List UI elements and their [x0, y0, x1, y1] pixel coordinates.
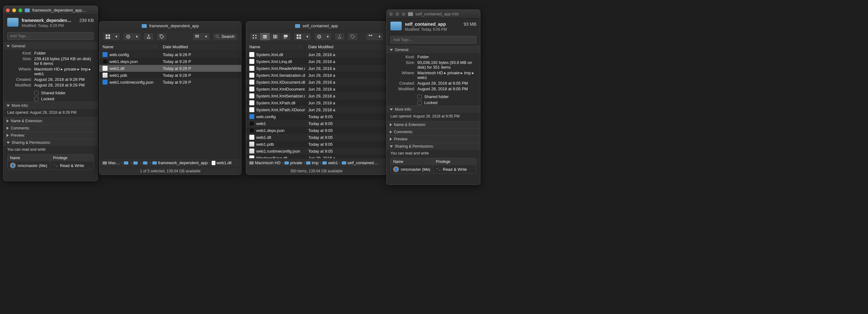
titlebar[interactable]: self_contained_app — [246, 22, 386, 30]
file-row[interactable]: System.Xml.XPath.dllJun 29, 2018 a — [246, 99, 386, 106]
path-crumb[interactable]: private — [284, 160, 302, 165]
file-row[interactable]: web1.pdbToday at 9:05 — [246, 141, 386, 148]
file-row[interactable]: web1.deps.jsonToday at 9:28 P — [99, 58, 241, 65]
zoom-icon[interactable] — [19, 8, 22, 12]
path-crumb[interactable]: tmp — [306, 160, 319, 165]
col-privilege[interactable]: Privilege — [433, 158, 476, 165]
titlebar[interactable]: framework_dependent_app… — [3, 6, 97, 15]
file-row[interactable]: System.Xml.Serialization.dllJun 29, 2018… — [246, 72, 386, 78]
disclosure-comments[interactable]: Comments: — [386, 128, 480, 135]
path-crumb[interactable] — [124, 161, 129, 164]
disclosure-preview[interactable]: Preview: — [3, 132, 97, 139]
permission-row[interactable]: 👤nmcmaster (Me) ⌃⌄Read & Write — [7, 161, 93, 169]
path-crumb[interactable]: Macintosh HD — [249, 160, 281, 165]
path-bar[interactable]: Mac…››››framework_dependent_app›web1.dll — [99, 158, 241, 167]
chevron-down-icon[interactable]: ▾ — [304, 33, 311, 40]
file-row[interactable]: web1.runtimeconfig.jsonToday at 9:05 — [246, 148, 386, 155]
file-row[interactable]: System.Xml.dllJun 29, 2018 a — [246, 51, 386, 58]
dropbox-menu[interactable]: ▾ — [192, 33, 210, 41]
titlebar[interactable]: self_contained_app Info — [386, 10, 480, 19]
icon-view-icon[interactable] — [250, 33, 260, 40]
locked-checkbox[interactable]: Locked — [3, 96, 97, 102]
titlebar[interactable]: framework_dependent_app — [99, 22, 241, 30]
file-row[interactable]: web1.deps.jsonToday at 9:05 — [246, 127, 386, 134]
dropbox-icon[interactable] — [192, 33, 203, 40]
view-switcher[interactable]: ▾ — [102, 33, 120, 41]
stepper-icon[interactable]: ⌃⌄ — [53, 164, 58, 167]
chevron-down-icon[interactable]: ▾ — [324, 33, 332, 40]
permission-row[interactable]: 👤nmcmaster (Me) ⌃⌄Read & Write — [391, 165, 476, 173]
chevron-down-icon[interactable]: ▾ — [113, 33, 120, 40]
zoom-icon[interactable] — [402, 12, 405, 16]
path-crumb[interactable] — [143, 161, 149, 164]
file-row[interactable]: System.Xml.XmlDocument.dllJun 29, 2018 a — [246, 86, 386, 92]
share-icon[interactable] — [144, 33, 154, 40]
grid-arrange-icon[interactable] — [294, 33, 304, 40]
file-row[interactable]: web.configToday at 9:28 P — [99, 51, 241, 58]
file-row[interactable]: web.configToday at 9:05 — [246, 113, 386, 120]
file-row[interactable]: web1.dllToday at 9:05 — [246, 134, 386, 141]
file-row[interactable]: web1.runtimeconfig.jsonToday at 9:28 P — [99, 78, 241, 86]
column-view-icon[interactable] — [270, 33, 280, 40]
path-bar[interactable]: Macintosh HD›private›tmp›web1›self_conta… — [246, 158, 386, 167]
locked-checkbox[interactable]: Locked — [386, 100, 480, 105]
chevron-down-icon[interactable]: ▾ — [376, 33, 383, 40]
disclosure-more-info[interactable]: More Info: — [3, 102, 97, 109]
chevron-down-icon[interactable]: ▾ — [203, 33, 210, 40]
action-menu[interactable]: ▾ — [314, 33, 332, 41]
file-row[interactable]: System.Xml.ReaderWriter.dllJun 29, 2018 … — [246, 65, 386, 72]
shared-folder-checkbox[interactable]: Shared folder — [386, 94, 480, 100]
path-crumb[interactable]: web1 — [322, 160, 338, 165]
disclosure-more-info[interactable]: More Info: — [386, 106, 480, 113]
disclosure-preview[interactable]: Preview: — [386, 136, 480, 143]
file-row[interactable]: web1.dllToday at 9:28 P — [99, 65, 241, 72]
gear-icon[interactable] — [314, 33, 324, 40]
path-crumb[interactable]: self_contained… — [342, 160, 378, 165]
close-icon[interactable] — [389, 12, 393, 16]
col-privilege[interactable]: Privilege — [51, 155, 93, 161]
file-list[interactable]: web.configToday at 9:28 Pweb1.deps.jsonT… — [99, 51, 241, 158]
path-crumb[interactable] — [133, 161, 139, 164]
file-row[interactable]: WindowsBase.dllJun 29, 2018 a — [246, 155, 386, 158]
close-icon[interactable] — [6, 8, 10, 12]
file-row[interactable]: System.Xml.XmlSerializer.dllJun 29, 2018… — [246, 92, 386, 99]
chevron-down-icon[interactable]: ▾ — [133, 33, 141, 40]
minimize-icon[interactable] — [396, 12, 399, 16]
disclosure-comments[interactable]: Comments: — [3, 125, 97, 132]
file-list[interactable]: System.Xml.dllJun 29, 2018 aSystem.Xml.L… — [246, 51, 386, 158]
disclosure-general[interactable]: General: — [386, 46, 480, 53]
list-view-icon[interactable] — [260, 33, 270, 40]
path-crumb[interactable]: framework_dependent_app — [152, 160, 208, 165]
tag-icon[interactable] — [348, 33, 358, 40]
share-icon[interactable] — [335, 33, 345, 40]
dropbox-icon[interactable] — [366, 33, 376, 40]
file-row[interactable]: System.Xml.Linq.dllJun 29, 2018 a — [246, 58, 386, 65]
col-name[interactable]: Name — [391, 158, 433, 165]
tags-input[interactable]: Add Tags… — [391, 36, 476, 43]
file-row[interactable]: System.Xml.XDocument.dllJun 29, 2018 a — [246, 78, 386, 86]
shared-folder-checkbox[interactable]: Shared folder — [3, 90, 97, 96]
action-menu[interactable]: ▾ — [123, 33, 141, 41]
gallery-view-icon[interactable] — [281, 33, 291, 40]
disclosure-name-ext[interactable]: Name & Extension: — [3, 118, 97, 124]
disclosure-sharing[interactable]: Sharing & Permissions: — [3, 139, 97, 146]
file-row[interactable]: System.Xml.XPath.XDocument.dllJun 29, 20… — [246, 106, 386, 113]
path-crumb[interactable]: Mac… — [102, 160, 120, 165]
search-input[interactable]: Search — [213, 33, 238, 40]
stepper-icon[interactable]: ⌃⌄ — [436, 168, 441, 171]
gear-icon[interactable] — [123, 33, 133, 40]
disclosure-name-ext[interactable]: Name & Extension: — [386, 121, 480, 128]
dropbox-menu[interactable]: ▾ — [366, 33, 383, 41]
disclosure-general[interactable]: General: — [3, 42, 97, 50]
col-name[interactable]: Name⌃ — [246, 43, 305, 51]
col-name[interactable]: Name — [7, 155, 51, 161]
arrange-menu[interactable]: ▾ — [293, 33, 311, 41]
minimize-icon[interactable] — [12, 8, 16, 12]
tags-input[interactable]: Add Tags… — [7, 32, 94, 40]
col-date[interactable]: Date Modified — [305, 43, 386, 51]
path-crumb[interactable]: web1.dll — [212, 160, 232, 165]
file-row[interactable]: web1.pdbToday at 9:28 P — [99, 72, 241, 78]
grid-view-icon[interactable] — [103, 33, 113, 40]
file-row[interactable]: web1Today at 9:05 — [246, 120, 386, 127]
col-name[interactable]: Name⌃ — [99, 43, 160, 51]
